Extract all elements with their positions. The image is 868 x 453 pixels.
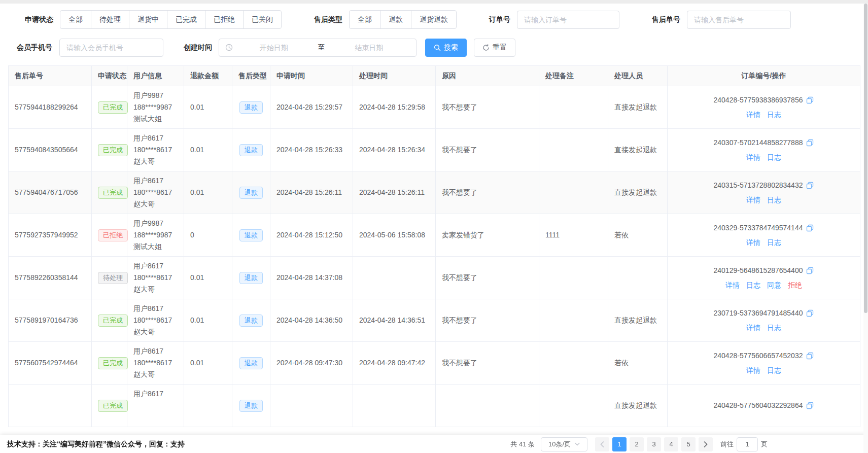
type-option-all[interactable]: 全部 xyxy=(349,10,380,29)
pagination: 共 41 条 10条/页 1 2 3 4 5 前往 页 xyxy=(510,437,768,451)
date-range-picker[interactable]: 至 xyxy=(219,39,416,57)
page-button-1[interactable]: 1 xyxy=(612,437,627,451)
detail-link[interactable]: 详情 xyxy=(746,109,760,121)
cell-service-no: 5775940843505664 xyxy=(9,129,92,171)
detail-link[interactable]: 详情 xyxy=(746,237,760,249)
cell-order-ops: 240428-5775606657452032 详情日志 xyxy=(668,342,860,385)
search-icon xyxy=(434,44,441,51)
cell-user-info: 用户8617180****8617赵大哥 xyxy=(127,257,184,299)
table-row: 5775891970164736 已完成 用户8617180****8617赵大… xyxy=(9,299,860,342)
col-handle-time: 处理时间 xyxy=(353,66,436,86)
vertical-scrollbar[interactable] xyxy=(863,4,868,453)
cell-apply-time: 2024-04-28 09:47:30 xyxy=(270,342,353,385)
cell-user-info: 用户8617 xyxy=(127,385,184,427)
cell-apply-time xyxy=(270,385,353,427)
page-button-5[interactable]: 5 xyxy=(681,437,696,451)
table-row: 已完成 用户8617 退款 直接发起退款 240428-577560403229… xyxy=(9,385,860,427)
page-size-select[interactable]: 10条/页 xyxy=(541,437,587,451)
status-badge: 已完成 xyxy=(98,400,128,412)
table-row: 5775927357949952 已拒绝 用户9987188****9987测试… xyxy=(9,214,860,257)
cell-service-no: 5775891970164736 xyxy=(9,299,92,342)
reset-button[interactable]: 重置 xyxy=(474,39,515,57)
reject-link[interactable]: 拒绝 xyxy=(788,280,802,291)
copy-icon[interactable] xyxy=(806,402,814,409)
copy-icon[interactable] xyxy=(806,182,814,189)
log-link[interactable]: 日志 xyxy=(767,109,781,121)
type-option-return-refund[interactable]: 退货退款 xyxy=(411,10,457,29)
status-option-all[interactable]: 全部 xyxy=(60,10,91,29)
cell-reason: 我不想要了 xyxy=(436,86,539,129)
cell-handler: 直接发起退款 xyxy=(608,129,668,171)
service-no-label: 售后单号 xyxy=(652,15,680,24)
start-date-input[interactable] xyxy=(233,44,315,52)
detail-link[interactable]: 详情 xyxy=(746,365,760,376)
log-link[interactable]: 日志 xyxy=(767,152,781,163)
copy-icon[interactable] xyxy=(806,352,814,360)
cell-service-no: 5775927357949952 xyxy=(9,214,92,257)
detail-link[interactable]: 详情 xyxy=(746,152,760,163)
log-link[interactable]: 日志 xyxy=(767,194,781,206)
log-link[interactable]: 日志 xyxy=(767,322,781,334)
prev-page-button[interactable] xyxy=(595,437,609,451)
date-range-separator: 至 xyxy=(315,43,328,52)
order-no: 240428-5775938386937856 xyxy=(714,94,803,106)
cell-user-info: 用户9987188****9987测试大姐 xyxy=(127,214,184,257)
copy-icon[interactable] xyxy=(806,224,814,232)
order-no-input[interactable] xyxy=(517,11,619,29)
copy-icon[interactable] xyxy=(806,267,814,274)
col-user-info: 用户信息 xyxy=(127,66,184,86)
detail-link[interactable]: 详情 xyxy=(725,280,740,291)
copy-icon[interactable] xyxy=(806,96,814,104)
detail-link[interactable]: 详情 xyxy=(746,194,760,206)
cell-handler: 若依 xyxy=(608,214,668,257)
cell-reason xyxy=(436,385,539,427)
approve-link[interactable]: 同意 xyxy=(767,280,781,291)
status-filter-label: 申请状态 xyxy=(25,15,53,24)
cell-handle-time xyxy=(353,385,436,427)
col-status: 申请状态 xyxy=(92,66,127,86)
chevron-left-icon xyxy=(600,441,604,447)
copy-icon[interactable] xyxy=(806,309,814,317)
status-option-closed[interactable]: 已关闭 xyxy=(243,10,282,29)
status-option-pending[interactable]: 待处理 xyxy=(91,10,129,29)
cell-amount: 0.01 xyxy=(184,342,232,385)
cell-handle-time xyxy=(353,257,436,299)
copy-icon[interactable] xyxy=(806,139,814,147)
search-button[interactable]: 搜索 xyxy=(425,39,467,57)
goto-label: 前往 xyxy=(720,440,734,449)
status-option-returning[interactable]: 退货中 xyxy=(129,10,167,29)
log-link[interactable]: 日志 xyxy=(767,237,781,249)
cell-user-info: 用户8617180****8617赵大哥 xyxy=(127,299,184,342)
cell-apply-time: 2024-04-28 15:26:11 xyxy=(270,171,353,214)
end-date-input[interactable] xyxy=(328,44,410,52)
type-badge: 退款 xyxy=(239,101,263,114)
footer-bar: 技术支持：关注“编写美好前程”微信公众号，回复：支持 共 41 条 10条/页 … xyxy=(0,435,868,453)
cell-service-no: 5775892260358144 xyxy=(9,257,92,299)
cell-user-info: 用户8617180****8617赵大哥 xyxy=(127,171,184,214)
after-sales-table: 售后单号 申请状态 用户信息 退款金额 售后类型 申请时间 处理时间 原因 处理… xyxy=(8,65,860,427)
detail-link[interactable]: 详情 xyxy=(746,322,760,334)
log-link[interactable]: 日志 xyxy=(746,280,760,291)
type-option-refund[interactable]: 退款 xyxy=(380,10,411,29)
col-apply-time: 申请时间 xyxy=(270,66,353,86)
cell-apply-time: 2024-04-28 15:29:57 xyxy=(270,86,353,129)
cell-handler: 直接发起退款 xyxy=(608,171,668,214)
phone-input[interactable] xyxy=(59,39,163,57)
goto-page-input[interactable] xyxy=(737,437,758,451)
table-row: 5775944188299264 已完成 用户9987188****9987测试… xyxy=(9,86,860,129)
scrollbar-thumb[interactable] xyxy=(864,4,867,313)
page-button-3[interactable]: 3 xyxy=(647,437,661,451)
type-badge: 退款 xyxy=(239,315,263,327)
cell-handle-time: 2024-04-28 09:47:42 xyxy=(353,342,436,385)
status-option-completed[interactable]: 已完成 xyxy=(167,10,205,29)
page-button-2[interactable]: 2 xyxy=(630,437,644,451)
service-no-input[interactable] xyxy=(687,11,791,29)
table-row: 5775892260358144 待处理 用户8617180****8617赵大… xyxy=(9,257,860,299)
order-no: 240315-5713728802834432 xyxy=(714,180,803,191)
log-link[interactable]: 日志 xyxy=(767,365,781,376)
status-option-rejected[interactable]: 已拒绝 xyxy=(205,10,244,29)
cell-order-ops: 230719-5373694791485440 详情日志 xyxy=(668,299,860,342)
page-button-4[interactable]: 4 xyxy=(664,437,678,451)
cell-remark xyxy=(539,385,608,427)
next-page-button[interactable] xyxy=(699,437,713,451)
